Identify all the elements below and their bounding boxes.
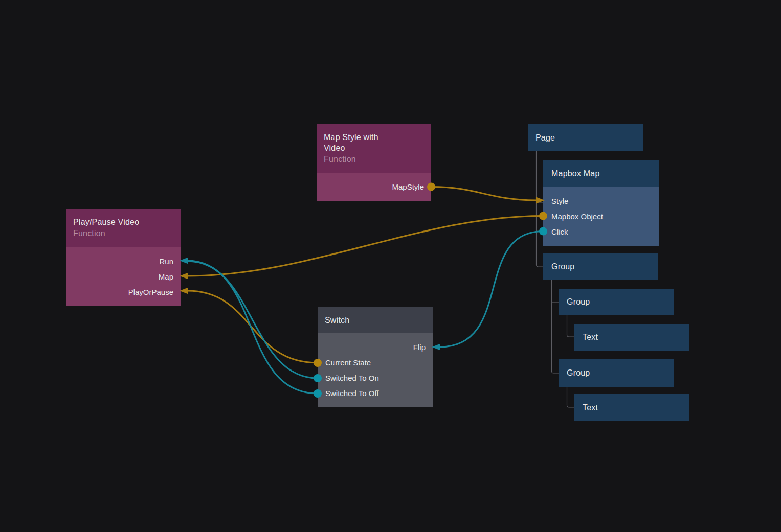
port-label: Current State bbox=[325, 358, 371, 367]
arrowhead-run-input bbox=[180, 258, 188, 264]
node-title[interactable]: Group bbox=[559, 289, 674, 315]
port-label: Click bbox=[551, 227, 568, 236]
node-title[interactable]: Page bbox=[528, 124, 643, 151]
port-label: Switched To Off bbox=[325, 389, 379, 398]
wire-switched-to-off-to-run[interactable] bbox=[187, 261, 318, 394]
node-editor-canvas[interactable]: Map Style with Video Function MapStyle P… bbox=[0, 0, 781, 532]
node-subtitle: Function bbox=[324, 154, 424, 165]
node-map-style-with-video[interactable]: Map Style with Video Function MapStyle bbox=[317, 124, 431, 201]
port-flip-input[interactable]: Flip bbox=[318, 339, 433, 355]
node-header[interactable]: Play/Pause Video Function bbox=[66, 209, 181, 247]
port-label: Run bbox=[159, 257, 173, 266]
wire-mapstyle-to-style[interactable] bbox=[431, 187, 537, 201]
node-subtitle: Function bbox=[73, 228, 173, 239]
node-group-parent[interactable]: Group bbox=[543, 253, 658, 280]
port-mapstyle-output[interactable]: MapStyle bbox=[317, 173, 431, 201]
node-switch[interactable]: Switch Flip Current State Switched To On… bbox=[318, 307, 433, 407]
node-ports: Flip Current State Switched To On Switch… bbox=[318, 333, 433, 407]
wire-mapbox-object-to-map[interactable] bbox=[187, 216, 543, 276]
arrowhead-flip-input bbox=[432, 344, 440, 351]
node-title: Map Style with Video bbox=[324, 132, 400, 153]
port-label: Mapbox Object bbox=[551, 212, 603, 221]
arrowhead-playorpause-input bbox=[180, 288, 188, 294]
port-switched-to-off-output[interactable]: Switched To Off bbox=[318, 385, 433, 401]
node-page[interactable]: Page bbox=[528, 124, 643, 151]
node-title[interactable]: Group bbox=[543, 253, 658, 280]
port-map-input[interactable]: Map bbox=[66, 269, 181, 284]
node-title[interactable]: Switch bbox=[318, 307, 433, 333]
port-label: Map bbox=[159, 272, 173, 281]
node-ports: Style Mapbox Object Click bbox=[543, 187, 659, 246]
port-mapbox-object-output[interactable]: Mapbox Object bbox=[543, 209, 659, 224]
port-label: MapStyle bbox=[392, 182, 424, 191]
tree-line-group3-text bbox=[567, 387, 575, 407]
port-label: PlayOrPause bbox=[128, 288, 173, 296]
node-title[interactable]: Mapbox Map bbox=[543, 160, 659, 187]
port-run-input[interactable]: Run bbox=[66, 253, 181, 269]
tree-line-page-children bbox=[537, 151, 544, 267]
node-header[interactable]: Map Style with Video Function bbox=[317, 124, 431, 173]
node-mapbox-map[interactable]: Mapbox Map Style Mapbox Object Click bbox=[543, 160, 659, 246]
tree-line-group-children bbox=[552, 280, 559, 373]
node-ports: Run Map PlayOrPause bbox=[66, 247, 181, 306]
port-current-state-output[interactable]: Current State bbox=[318, 355, 433, 370]
port-style-input[interactable]: Style bbox=[543, 193, 659, 209]
node-title[interactable]: Text bbox=[574, 394, 689, 421]
node-text-2[interactable]: Text bbox=[574, 394, 689, 421]
port-switched-to-on-output[interactable]: Switched To On bbox=[318, 370, 433, 385]
node-group-child-2[interactable]: Group bbox=[559, 359, 674, 387]
node-play-pause-video[interactable]: Play/Pause Video Function Run Map PlayOr… bbox=[66, 209, 181, 306]
node-title: Play/Pause Video bbox=[73, 217, 173, 227]
node-group-child-1[interactable]: Group bbox=[559, 289, 674, 315]
wire-click-to-flip[interactable] bbox=[439, 232, 543, 348]
wire-switched-to-on-to-run[interactable] bbox=[187, 261, 318, 378]
arrowhead-map-input bbox=[180, 273, 188, 280]
port-click-output[interactable]: Click bbox=[543, 224, 659, 239]
port-playorpause-input[interactable]: PlayOrPause bbox=[66, 284, 181, 299]
node-title[interactable]: Text bbox=[574, 324, 689, 351]
node-title[interactable]: Group bbox=[559, 359, 674, 387]
node-text-1[interactable]: Text bbox=[574, 324, 689, 351]
port-label: Switched To On bbox=[325, 374, 379, 382]
port-label: Style bbox=[551, 197, 568, 205]
wire-current-state-to-playorpause[interactable] bbox=[187, 291, 318, 363]
port-label: Flip bbox=[413, 343, 426, 352]
tree-line-group2-text bbox=[567, 315, 575, 337]
